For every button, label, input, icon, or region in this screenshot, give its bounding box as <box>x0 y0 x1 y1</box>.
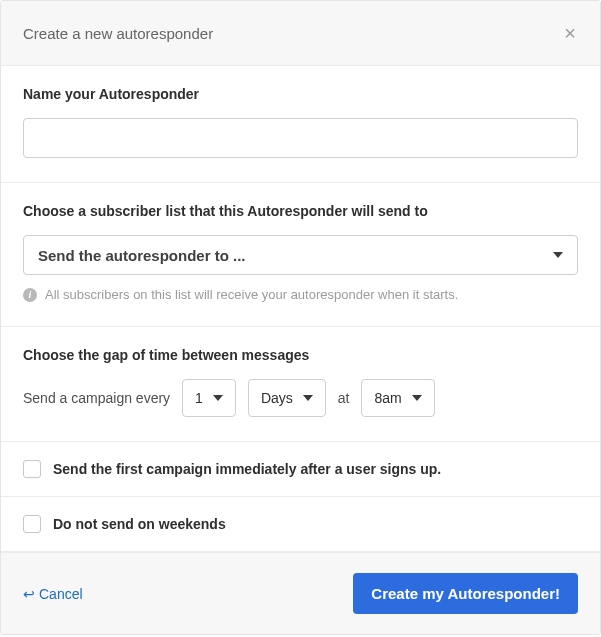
subscriber-list-label: Choose a subscriber list that this Autor… <box>23 203 578 219</box>
cancel-button[interactable]: ↩ Cancel <box>23 586 83 602</box>
name-section: Name your Autoresponder <box>1 66 600 183</box>
send-first-immediately-checkbox[interactable] <box>23 460 41 478</box>
create-button-label: Create my Autoresponder! <box>371 585 560 602</box>
chevron-down-icon <box>412 395 422 401</box>
gap-label: Choose the gap of time between messages <box>23 347 578 363</box>
close-icon[interactable]: × <box>562 23 578 43</box>
skip-weekends-label: Do not send on weekends <box>53 516 226 532</box>
create-autoresponder-button[interactable]: Create my Autoresponder! <box>353 573 578 614</box>
subscriber-list-hint: All subscribers on this list will receiv… <box>45 287 458 302</box>
time-select[interactable]: 8am <box>361 379 434 417</box>
subscriber-list-hint-row: i All subscribers on this list will rece… <box>23 287 578 302</box>
subscriber-list-placeholder: Send the autoresponder to ... <box>38 247 246 264</box>
gap-prefix: Send a campaign every <box>23 390 170 406</box>
subscriber-list-select[interactable]: Send the autoresponder to ... <box>23 235 578 275</box>
first-campaign-section: Send the first campaign immediately afte… <box>1 442 600 497</box>
unit-select[interactable]: Days <box>248 379 326 417</box>
chevron-down-icon <box>213 395 223 401</box>
chevron-down-icon <box>303 395 313 401</box>
name-label: Name your Autoresponder <box>23 86 578 102</box>
info-icon: i <box>23 288 37 302</box>
modal-header: Create a new autoresponder × <box>1 1 600 66</box>
subscriber-list-section: Choose a subscriber list that this Autor… <box>1 183 600 327</box>
chevron-down-icon <box>553 252 563 258</box>
autoresponder-name-input[interactable] <box>23 118 578 158</box>
modal-footer: ↩ Cancel Create my Autoresponder! <box>1 552 600 634</box>
unit-value: Days <box>261 390 293 406</box>
create-autoresponder-modal: Create a new autoresponder × Name your A… <box>0 0 601 635</box>
skip-weekends-checkbox[interactable] <box>23 515 41 533</box>
at-label: at <box>338 390 350 406</box>
send-first-immediately-label: Send the first campaign immediately afte… <box>53 461 441 477</box>
modal-title: Create a new autoresponder <box>23 25 213 42</box>
gap-section: Choose the gap of time between messages … <box>1 327 600 442</box>
cancel-label: Cancel <box>39 586 83 602</box>
reply-arrow-icon: ↩ <box>23 587 35 601</box>
time-value: 8am <box>374 390 401 406</box>
interval-select[interactable]: 1 <box>182 379 236 417</box>
weekends-section: Do not send on weekends <box>1 497 600 552</box>
interval-value: 1 <box>195 390 203 406</box>
